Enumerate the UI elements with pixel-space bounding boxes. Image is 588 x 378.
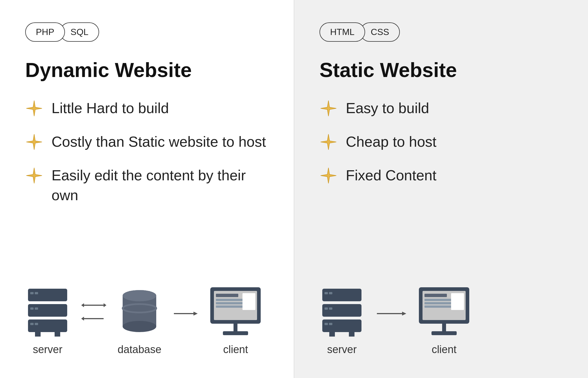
static-feature-3: Fixed Content: [319, 165, 563, 185]
svg-rect-6: [28, 319, 67, 332]
static-feature-1: Easy to build: [319, 98, 563, 118]
dynamic-database-item: database: [118, 286, 161, 356]
svg-rect-39: [325, 323, 328, 325]
svg-rect-40: [329, 323, 332, 325]
static-server-svg: [319, 286, 364, 339]
svg-rect-8: [35, 323, 38, 325]
left-arrow-icon: [81, 315, 106, 326]
svg-marker-13: [81, 303, 84, 307]
arrow-to-client-icon: [172, 308, 198, 319]
dynamic-server-label: server: [33, 344, 62, 356]
svg-rect-37: [329, 307, 332, 310]
star-icon-5: [319, 133, 337, 151]
svg-rect-29: [242, 293, 255, 310]
dynamic-client-item: client: [209, 286, 262, 356]
svg-rect-31: [223, 331, 248, 335]
static-feature-text-1: Easy to build: [346, 98, 429, 118]
svg-rect-4: [30, 307, 34, 310]
dynamic-database-svg: [118, 286, 160, 339]
star-icon-2: [25, 133, 43, 151]
star-icon-4: [319, 99, 337, 117]
svg-rect-2: [35, 292, 38, 294]
dynamic-feature-3: Easily edit the content by their own: [25, 165, 269, 205]
php-tag: PHP: [25, 22, 65, 42]
svg-rect-36: [325, 307, 328, 310]
static-panel: HTML CSS Static Website Easy to build Ch…: [294, 0, 588, 378]
static-client-item: client: [417, 286, 471, 356]
dynamic-client-label: client: [223, 344, 248, 356]
svg-rect-38: [322, 319, 361, 332]
dynamic-panel: PHP SQL Dynamic Website Little Hard to b…: [0, 0, 294, 378]
svg-marker-12: [104, 303, 106, 307]
dynamic-feature-1: Little Hard to build: [25, 98, 269, 118]
svg-rect-0: [28, 289, 67, 301]
dynamic-feature-2: Costly than Static website to host: [25, 132, 269, 151]
svg-rect-41: [329, 332, 335, 337]
static-diagram: server client: [319, 280, 563, 356]
star-icon-6: [319, 167, 337, 185]
sql-tag: SQL: [60, 22, 99, 42]
svg-rect-47: [424, 294, 447, 297]
svg-marker-15: [81, 317, 84, 321]
css-tag: CSS: [360, 22, 400, 42]
dynamic-server-item: server: [25, 286, 70, 356]
star-icon-3: [25, 167, 43, 185]
svg-point-18: [123, 321, 156, 332]
static-feature-text-2: Cheap to host: [346, 132, 437, 151]
static-title: Static Website: [319, 59, 563, 81]
dynamic-database-label: database: [118, 344, 161, 356]
static-server-item: server: [319, 286, 364, 356]
svg-rect-34: [329, 292, 332, 294]
svg-rect-35: [322, 304, 361, 317]
svg-rect-51: [451, 293, 464, 310]
svg-marker-22: [193, 312, 198, 316]
dynamic-feature-text-1: Little Hard to build: [52, 98, 169, 118]
svg-rect-30: [234, 324, 237, 332]
dynamic-feature-text-2: Costly than Static website to host: [52, 132, 266, 151]
dynamic-server-svg: [25, 286, 70, 339]
dynamic-feature-text-3: Easily edit the content by their own: [52, 165, 269, 205]
dynamic-monitor-svg: [209, 286, 262, 339]
dynamic-title: Dynamic Website: [25, 59, 269, 81]
html-tag: HTML: [319, 22, 365, 42]
svg-marker-44: [402, 312, 406, 316]
svg-rect-42: [349, 332, 354, 337]
static-client-label: client: [432, 344, 457, 356]
svg-rect-3: [28, 304, 67, 317]
static-feature-2: Cheap to host: [319, 132, 563, 151]
svg-rect-9: [35, 332, 41, 337]
right-arrow-icon: [81, 302, 106, 313]
svg-rect-1: [30, 292, 34, 294]
svg-rect-7: [30, 323, 34, 325]
static-features: Easy to build Cheap to host Fixed Conten…: [319, 98, 563, 263]
static-server-label: server: [327, 344, 357, 356]
svg-rect-5: [35, 307, 38, 310]
svg-rect-28: [216, 305, 244, 308]
svg-rect-32: [322, 289, 361, 301]
dynamic-features: Little Hard to build Costly than Static …: [25, 98, 269, 263]
dynamic-tags: PHP SQL: [25, 22, 269, 42]
static-monitor-svg: [417, 286, 471, 339]
star-icon-1: [25, 99, 43, 117]
svg-rect-53: [431, 331, 457, 335]
dynamic-diagram: server datab: [25, 280, 269, 356]
svg-rect-52: [442, 324, 446, 332]
static-feature-text-3: Fixed Content: [346, 165, 437, 185]
static-tags: HTML CSS: [319, 22, 563, 42]
svg-rect-33: [325, 292, 328, 294]
svg-rect-50: [424, 305, 452, 308]
static-arrow-icon: [375, 308, 406, 319]
svg-point-20: [123, 290, 156, 301]
svg-rect-10: [55, 332, 60, 337]
svg-rect-25: [216, 294, 238, 297]
